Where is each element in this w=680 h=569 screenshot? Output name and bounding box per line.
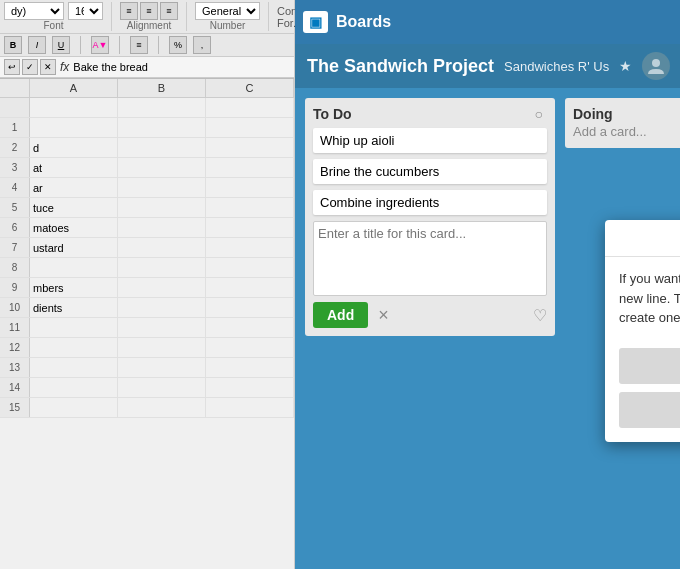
checkmark-button[interactable]: ✓ [22, 59, 38, 75]
row-number: 13 [0, 358, 30, 377]
cell-c[interactable] [206, 238, 294, 257]
cell-b[interactable] [118, 398, 206, 417]
align-center-btn[interactable]: ≡ [140, 2, 158, 20]
new-card-textarea[interactable] [313, 221, 547, 296]
table-row: 9 mbers [0, 278, 294, 298]
cell-c[interactable] [206, 358, 294, 377]
font-size-selector[interactable]: 16 [68, 2, 103, 20]
percent-button[interactable]: % [169, 36, 187, 54]
italic-button[interactable]: I [28, 36, 46, 54]
cell-b[interactable] [118, 198, 206, 217]
create-dialog: Create × If you want, we can create a ca… [605, 220, 680, 442]
trello-logo[interactable]: ▣ [303, 11, 328, 33]
col-header-c[interactable]: C [206, 79, 294, 97]
just-one-card-button[interactable]: Just One Card [619, 392, 680, 428]
number-section: General Number [195, 2, 269, 31]
cell-c[interactable] [206, 98, 294, 117]
align-left-btn[interactable]: ≡ [120, 2, 138, 20]
table-row: 3 at [0, 158, 294, 178]
cell-a[interactable]: d [30, 138, 118, 157]
number-format-selector[interactable]: General [195, 2, 260, 20]
table-row: 15 [0, 398, 294, 418]
cell-b[interactable] [118, 218, 206, 237]
table-row: 6 matoes [0, 218, 294, 238]
cell-c[interactable] [206, 138, 294, 157]
underline-button[interactable]: U [52, 36, 70, 54]
cell-b[interactable] [118, 258, 206, 277]
list-menu-button[interactable]: ○ [531, 106, 547, 122]
card-text: Brine the cucumbers [320, 164, 439, 179]
cell-b[interactable] [118, 358, 206, 377]
card-actions: Add × ♡ [313, 302, 547, 328]
cell-b[interactable] [118, 158, 206, 177]
create-9-cards-button[interactable]: Create 9 Cards [619, 348, 680, 384]
add-card-button[interactable]: Add [313, 302, 368, 328]
cell-b[interactable] [118, 318, 206, 337]
bold-button[interactable]: B [4, 36, 22, 54]
align-wrap-button[interactable]: ≡ [130, 36, 148, 54]
cell-c[interactable] [206, 278, 294, 297]
cell-a[interactable] [30, 258, 118, 277]
cell-b[interactable] [118, 378, 206, 397]
cell-c[interactable] [206, 318, 294, 337]
comma-button[interactable]: , [193, 36, 211, 54]
cell-a[interactable]: at [30, 158, 118, 177]
row-number: 1 [0, 118, 30, 137]
ribbon-row1: dy) 16 Font ≡ ≡ ≡ Alignment General [0, 0, 294, 34]
col-header-a[interactable]: A [30, 79, 118, 97]
cell-c[interactable] [206, 198, 294, 217]
cell-b[interactable] [118, 338, 206, 357]
cell-c[interactable] [206, 378, 294, 397]
cell-a[interactable]: ar [30, 178, 118, 197]
cell-b[interactable] [118, 98, 206, 117]
cell-c[interactable] [206, 178, 294, 197]
cell-c[interactable] [206, 338, 294, 357]
col-header-b[interactable]: B [118, 79, 206, 97]
card-item[interactable]: Combine ingredients [313, 190, 547, 215]
formula-input[interactable] [73, 61, 290, 73]
doing-list-header: Doing [573, 106, 680, 122]
cell-c[interactable] [206, 398, 294, 417]
cell-b[interactable] [118, 178, 206, 197]
cell-c[interactable] [206, 298, 294, 317]
dialog-body: If you want, we can create a card for ev… [605, 257, 680, 340]
font-selector[interactable]: dy) [4, 2, 64, 20]
cell-a[interactable] [30, 98, 118, 117]
cell-a[interactable] [30, 398, 118, 417]
cell-a[interactable]: dients [30, 298, 118, 317]
card-more-button[interactable]: ♡ [533, 306, 547, 325]
cell-b[interactable] [118, 118, 206, 137]
cell-c[interactable] [206, 158, 294, 177]
divider [80, 36, 81, 54]
corner-cell [0, 79, 30, 97]
cell-a[interactable] [30, 338, 118, 357]
cell-a[interactable]: matoes [30, 218, 118, 237]
card-item[interactable]: Brine the cucumbers [313, 159, 547, 184]
cell-c[interactable] [206, 118, 294, 137]
table-row: 13 [0, 358, 294, 378]
cell-a[interactable] [30, 378, 118, 397]
fx-label: fx [60, 60, 69, 74]
expand-button[interactable]: ↩ [4, 59, 20, 75]
cell-a[interactable]: mbers [30, 278, 118, 297]
cell-b[interactable] [118, 278, 206, 297]
cancel-add-button[interactable]: × [374, 305, 393, 326]
table-row: 1 [0, 118, 294, 138]
add-card-link[interactable]: Add a card... [573, 122, 647, 141]
card-item[interactable]: Whip up aioli [313, 128, 547, 153]
row-number: 6 [0, 218, 30, 237]
cell-b[interactable] [118, 138, 206, 157]
cell-a[interactable] [30, 118, 118, 137]
cell-c[interactable] [206, 218, 294, 237]
cell-a[interactable]: ustard [30, 238, 118, 257]
cell-c[interactable] [206, 258, 294, 277]
cell-a[interactable] [30, 358, 118, 377]
cross-button[interactable]: ✕ [40, 59, 56, 75]
align-right-btn[interactable]: ≡ [160, 2, 178, 20]
cell-b[interactable] [118, 238, 206, 257]
cell-a[interactable] [30, 318, 118, 337]
board-star-icon[interactable]: ★ [619, 58, 632, 74]
cell-a[interactable]: tuce [30, 198, 118, 217]
cell-b[interactable] [118, 298, 206, 317]
fill-color-button[interactable]: A▼ [91, 36, 109, 54]
